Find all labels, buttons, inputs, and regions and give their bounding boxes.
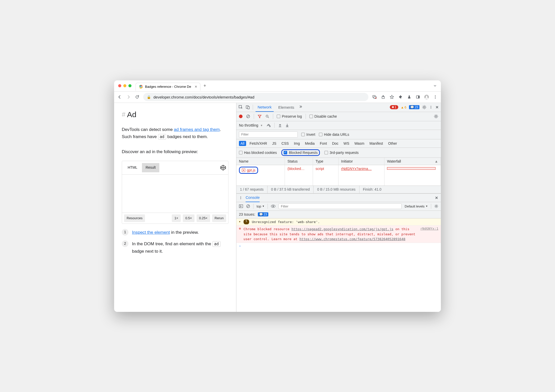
request-initiator[interactable]: rNdGNYx?anima… — [339, 165, 384, 186]
codepen-resources[interactable]: Resources — [124, 214, 145, 222]
maximize-window-button[interactable] — [128, 84, 131, 87]
translate-icon[interactable] — [372, 94, 377, 100]
invert-checkbox[interactable]: Invert — [301, 132, 315, 137]
disable-cache-checkbox[interactable]: Disable cache — [309, 114, 337, 118]
codepen-tab-html[interactable]: HTML — [124, 163, 141, 172]
error-count-badge[interactable]: ✖ 1 — [390, 105, 398, 109]
url-field[interactable]: 🔒 developer.chrome.com/docs/devtools/ele… — [143, 93, 368, 101]
filter-img[interactable]: Img — [292, 141, 301, 146]
browser-tab[interactable]: Badges reference - Chrome De × — [136, 83, 200, 91]
clear-console-icon[interactable] — [246, 204, 250, 208]
filter-font[interactable]: Font — [318, 141, 329, 146]
blocked-requests-checkbox[interactable]: Blocked Requests — [284, 151, 318, 155]
new-tab-button[interactable]: + — [203, 83, 206, 89]
preserve-log-checkbox[interactable]: Preserve log — [277, 114, 302, 118]
warning-count-badge[interactable]: ▲ 6 — [401, 105, 406, 109]
codepen-tab-result[interactable]: Result — [142, 163, 159, 172]
ad-frames-link[interactable]: ad frames and tag them — [174, 127, 220, 132]
menu-icon[interactable] — [433, 94, 438, 100]
filter-manifest[interactable]: Manifest — [368, 141, 384, 146]
share-icon[interactable] — [381, 94, 386, 100]
levels-dropdown[interactable]: Default levels ▼ — [405, 204, 428, 208]
col-waterfall[interactable]: Waterfall▲ — [384, 158, 441, 165]
filter-media[interactable]: Media — [304, 141, 316, 146]
live-expression-icon[interactable] — [271, 205, 275, 208]
bookmark-icon[interactable] — [389, 94, 394, 100]
col-name[interactable]: Name — [236, 158, 285, 165]
filter-doc[interactable]: Doc — [331, 141, 340, 146]
col-initiator[interactable]: Initiator — [339, 158, 384, 165]
console-menu-icon[interactable] — [239, 196, 243, 200]
filter-fetch[interactable]: Fetch/XHR — [248, 141, 269, 146]
waterfall-cell — [384, 165, 441, 186]
inspect-element-icon[interactable] — [238, 105, 243, 109]
network-conditions-icon[interactable] — [266, 124, 271, 127]
console-error-line[interactable]: ⊗ Chrome blocked resource https://pagead… — [236, 226, 441, 243]
console-issues-bar[interactable]: 23 Issues: 💬 23 — [236, 211, 441, 218]
console-tab[interactable]: Console — [246, 193, 260, 202]
learn-more-link[interactable]: https://www.chromestatus.com/feature/573… — [299, 237, 405, 241]
close-window-button[interactable] — [118, 84, 121, 87]
filter-icon[interactable] — [258, 114, 262, 118]
message-count-badge[interactable]: 💬 23 — [409, 105, 419, 109]
codepen-zoom-1x[interactable]: 1× — [172, 214, 181, 222]
console-source-link[interactable]: rNdGNYx:1 — [420, 227, 438, 242]
kebab-menu-icon[interactable] — [429, 105, 433, 109]
settings-icon[interactable] — [422, 105, 427, 109]
blocked-url-link[interactable]: https://pagead2.googlesyndication.com/ta… — [292, 227, 393, 231]
table-row[interactable]: gpt.js (blocked… script rNdGNYx?anima… — [236, 165, 441, 186]
filter-ws[interactable]: WS — [342, 141, 351, 146]
close-drawer-icon[interactable] — [435, 196, 438, 200]
ad-badge: ad — [212, 241, 221, 247]
svg-point-33 — [273, 206, 274, 207]
expand-icon[interactable]: ▸ — [239, 219, 241, 225]
back-button[interactable] — [117, 94, 122, 100]
reload-button[interactable] — [135, 94, 140, 100]
tab-network[interactable]: Network — [256, 103, 274, 112]
extensions-icon[interactable] — [398, 94, 403, 100]
console-filter-input[interactable] — [279, 203, 402, 209]
throttling-dropdown[interactable]: No throttling ▼ — [239, 123, 263, 127]
search-icon[interactable] — [265, 114, 269, 118]
inspect-link[interactable]: Inspect the element — [132, 230, 170, 235]
profile-icon[interactable] — [424, 94, 429, 100]
export-har-icon[interactable] — [285, 123, 289, 127]
more-tabs-icon[interactable] — [299, 105, 303, 109]
codepen-icon[interactable] — [220, 165, 226, 171]
codepen-zoom-05x[interactable]: 0.5× — [183, 214, 195, 222]
hide-data-urls-checkbox[interactable]: Hide data URLs — [319, 132, 349, 137]
close-tab-icon[interactable]: × — [195, 84, 197, 89]
labs-icon[interactable] — [407, 94, 412, 100]
filter-all[interactable]: All — [239, 141, 246, 146]
clear-icon[interactable] — [246, 114, 250, 118]
col-type[interactable]: Type — [313, 158, 339, 165]
forward-button[interactable] — [126, 94, 131, 100]
filter-js[interactable]: JS — [271, 141, 278, 146]
console-prompt[interactable]: › — [236, 243, 441, 249]
codepen-rerun[interactable]: Rerun — [212, 214, 226, 222]
has-blocked-cookies-checkbox[interactable]: Has blocked cookies — [239, 151, 277, 155]
minimize-window-button[interactable] — [123, 84, 126, 87]
col-status[interactable]: Status — [285, 158, 313, 165]
third-party-checkbox[interactable]: 3rd-party requests — [324, 151, 359, 155]
svg-point-19 — [431, 107, 431, 108]
summary-transferred: 0 B / 37.5 kB transferred — [268, 186, 314, 193]
filter-css[interactable]: CSS — [280, 141, 290, 146]
tab-overflow-icon[interactable] — [433, 84, 437, 88]
console-warning-line[interactable]: ▸ 5 Unrecognized feature: 'web-share'. — [236, 218, 441, 226]
device-toolbar-icon[interactable] — [246, 105, 250, 109]
filter-wasm[interactable]: Wasm — [353, 141, 366, 146]
context-dropdown[interactable]: top ▼ — [257, 204, 264, 208]
console-settings-icon[interactable] — [434, 204, 438, 208]
console-sidebar-icon[interactable] — [239, 204, 243, 208]
network-filter-input[interactable] — [239, 131, 298, 138]
summary-finish: Finish: 41.0 — [359, 186, 385, 193]
codepen-zoom-025x[interactable]: 0.25× — [197, 214, 210, 222]
close-devtools-icon[interactable] — [435, 105, 439, 109]
sidepanel-icon[interactable] — [415, 94, 420, 100]
import-har-icon[interactable] — [278, 123, 282, 127]
record-button[interactable] — [239, 115, 243, 118]
tab-elements[interactable]: Elements — [276, 103, 296, 112]
network-settings-icon[interactable] — [434, 114, 438, 119]
filter-other[interactable]: Other — [387, 141, 399, 146]
